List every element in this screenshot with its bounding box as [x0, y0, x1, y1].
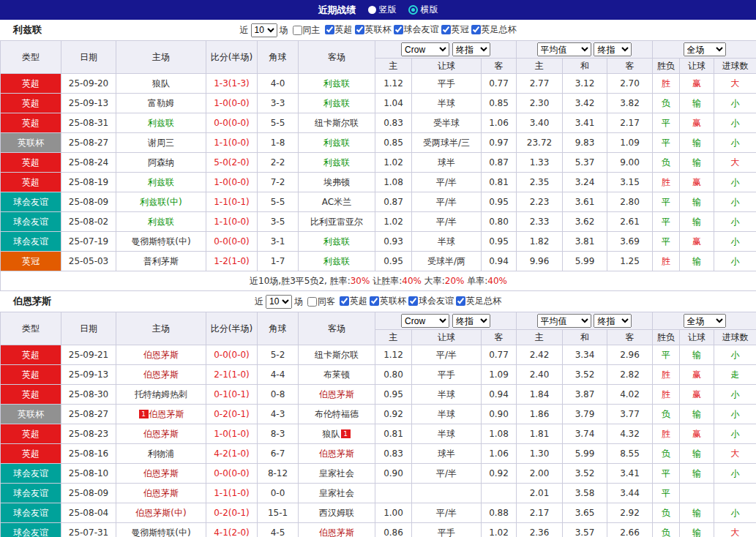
away-team[interactable]: 利兹联	[299, 232, 375, 252]
home-team[interactable]: 狼队	[116, 74, 206, 94]
home-team[interactable]: 伯恩茅斯	[116, 484, 206, 503]
league-filter[interactable]: 英足总杯	[456, 295, 501, 307]
home-team[interactable]: 利兹联	[116, 113, 206, 133]
away-team[interactable]: 皇家社会	[299, 484, 375, 503]
home-team[interactable]: 利兹联(中)	[116, 192, 206, 212]
league-filter[interactable]: 英联杯	[355, 23, 392, 36]
home-team[interactable]: 阿森纳	[116, 153, 206, 173]
home-team[interactable]: 利物浦	[116, 444, 206, 464]
away-team[interactable]: 纽卡斯尔联	[299, 113, 375, 133]
corner-score: 4-0	[258, 74, 299, 94]
col-header-date: 日期	[61, 312, 116, 345]
league-checkbox[interactable]	[355, 25, 364, 34]
league-checkbox[interactable]	[325, 25, 334, 34]
home-team[interactable]: 托特纳姆热刺	[116, 385, 206, 405]
league-filter[interactable]: 球会友谊	[408, 295, 454, 307]
home-team[interactable]: 伯恩茅斯	[116, 424, 206, 444]
away-team[interactable]: 伯恩茅斯	[299, 444, 375, 464]
home-team[interactable]: 1伯恩茅斯	[116, 405, 206, 424]
away-team[interactable]: 埃弗顿	[299, 173, 375, 192]
recent-label: 近	[255, 296, 263, 308]
recent-count-select[interactable]: 10	[266, 295, 292, 309]
odds-company-select[interactable]: Crow	[401, 314, 449, 328]
league-checkbox[interactable]	[441, 25, 451, 34]
corner-score: 6-7	[258, 444, 299, 464]
away-team[interactable]: 伯恩茅斯	[299, 523, 375, 537]
home-team[interactable]: 普利茅斯	[116, 252, 206, 271]
away-team-name: 伯恩茅斯	[319, 389, 354, 399]
home-team[interactable]: 曼彻斯特联(中)	[116, 523, 206, 537]
league-checkbox[interactable]	[370, 296, 379, 306]
avg-company-select[interactable]: 平均值	[537, 42, 591, 56]
home-team[interactable]: 利兹联	[116, 212, 206, 232]
away-team[interactable]: AC米兰	[299, 192, 375, 212]
away-team[interactable]: 比利亚雷亚尔	[299, 212, 375, 232]
league-filter-label: 英联杯	[380, 295, 406, 307]
match-score: 1-1(0-0)	[206, 133, 258, 153]
layout-radio-horizontal[interactable]: 横版	[408, 4, 438, 16]
avg-company-select[interactable]: 平均值	[537, 314, 591, 328]
table-row: 英超25-08-24阿森纳5-0(2-0)2-2利兹联1.02球半0.871.3…	[1, 153, 756, 173]
scope-select[interactable]: 全场	[684, 42, 726, 56]
league-filter[interactable]: 球会友谊	[394, 23, 439, 36]
league-filter[interactable]: 英冠	[441, 23, 469, 36]
odds-handicap	[412, 484, 482, 503]
away-team[interactable]: 伯恩茅斯	[299, 385, 375, 405]
home-team-name: 普利茅斯	[143, 256, 179, 266]
avg-draw: 3.81	[563, 232, 607, 252]
avg-time-select[interactable]: 终指	[594, 314, 632, 328]
away-team[interactable]: 利兹联	[299, 133, 375, 153]
league-checkbox[interactable]	[456, 296, 465, 306]
away-team-name: 伯恩茅斯	[319, 448, 354, 459]
home-team-name: 伯恩茅斯	[143, 369, 179, 380]
result-handicap: 输	[680, 212, 714, 232]
odds-time-select[interactable]: 终指	[452, 42, 490, 56]
col-header-home: 主场	[116, 312, 206, 345]
result-goals: 小	[714, 212, 756, 232]
avg-home: 2.01	[517, 484, 563, 503]
league-filter[interactable]: 英足总杯	[471, 23, 517, 36]
home-team-name: 伯恩茅斯	[143, 429, 179, 439]
odds-time-select[interactable]: 终指	[452, 314, 490, 328]
odds-handicap: 平手	[412, 523, 482, 537]
result-wdl: 平	[653, 212, 680, 232]
league-filter[interactable]: 英超	[325, 23, 353, 36]
odds-company-select[interactable]: Crow	[401, 42, 449, 56]
home-team[interactable]: 富勒姆	[116, 94, 206, 113]
away-team[interactable]: 利兹联	[299, 74, 375, 94]
avg-time-select[interactable]: 终指	[594, 42, 632, 56]
away-team[interactable]: 皇家社会	[299, 464, 375, 484]
same-venue-filter[interactable]: 同主	[293, 24, 321, 37]
league-checkbox[interactable]	[340, 296, 349, 306]
league-checkbox[interactable]	[471, 25, 481, 34]
same-venue-checkbox[interactable]	[307, 297, 317, 307]
scope-select[interactable]: 全场	[684, 314, 726, 328]
away-team[interactable]: 布伦特福德	[299, 405, 375, 424]
league-filter[interactable]: 英超	[340, 295, 367, 307]
same-venue-filter[interactable]: 同客	[307, 296, 335, 308]
home-team[interactable]: 伯恩茅斯	[116, 464, 206, 484]
league-checkbox[interactable]	[394, 25, 403, 34]
layout-radio-vertical[interactable]: 竖版	[368, 4, 397, 16]
odds-handicap: 球半	[412, 153, 482, 173]
home-team[interactable]: 伯恩茅斯	[116, 345, 206, 365]
same-venue-checkbox[interactable]	[293, 26, 302, 35]
away-team[interactable]: 西汉姆联	[299, 503, 375, 523]
away-team[interactable]: 利兹联	[299, 153, 375, 173]
away-team[interactable]: 利兹联	[299, 252, 375, 271]
away-team[interactable]: 狼队1	[299, 424, 375, 444]
recent-count-select[interactable]: 10	[251, 23, 277, 37]
away-team[interactable]: 纽卡斯尔联	[299, 345, 375, 365]
league-checkbox[interactable]	[408, 296, 418, 306]
away-team[interactable]: 布莱顿	[299, 365, 375, 385]
away-team[interactable]: 利兹联	[299, 94, 375, 113]
home-team[interactable]: 利兹联	[116, 173, 206, 192]
home-team[interactable]: 谢周三	[116, 133, 206, 153]
corner-score: 15-1	[258, 503, 299, 523]
league-filter[interactable]: 英联杯	[370, 295, 406, 307]
league-badge: 英超	[1, 153, 61, 173]
home-team[interactable]: 伯恩茅斯(中)	[116, 503, 206, 523]
home-team[interactable]: 曼彻斯特联(中)	[116, 232, 206, 252]
home-team[interactable]: 伯恩茅斯	[116, 365, 206, 385]
result-goals: 大	[714, 74, 756, 94]
